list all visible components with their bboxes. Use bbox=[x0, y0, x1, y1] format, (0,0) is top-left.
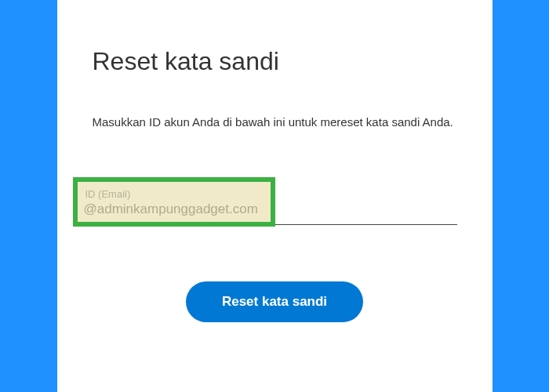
email-field-label: ID (Email) bbox=[84, 188, 264, 200]
reset-password-card: Reset kata sandi Masukkan ID akun Anda d… bbox=[57, 0, 493, 392]
email-field[interactable] bbox=[84, 201, 264, 217]
reset-button[interactable]: Reset kata sandi bbox=[186, 281, 363, 322]
email-field-row: ID (Email) bbox=[73, 177, 457, 227]
input-underline bbox=[275, 224, 457, 225]
instruction-text: Masukkan ID akun Anda di bawah ini untuk… bbox=[93, 114, 457, 130]
email-field-highlight: ID (Email) bbox=[73, 177, 275, 227]
page-title: Reset kata sandi bbox=[93, 47, 457, 76]
button-row: Reset kata sandi bbox=[93, 281, 457, 322]
